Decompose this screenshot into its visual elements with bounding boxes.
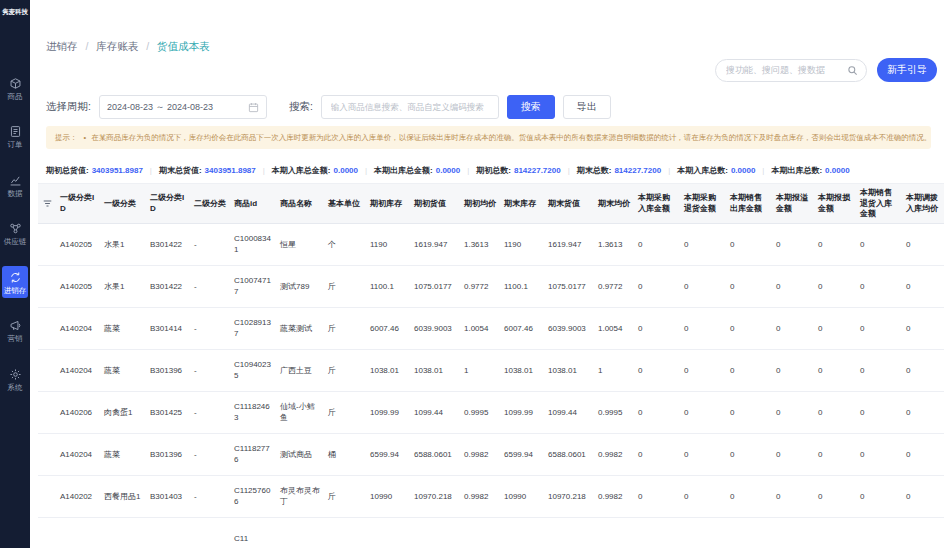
global-search-input[interactable] [724,64,842,76]
table-cell: 斤 [324,350,366,392]
column-filter-icon[interactable] [42,198,53,209]
table-cell: 测试商品 [276,434,324,476]
summary-separator: | [150,166,152,175]
product-search-input[interactable] [329,101,491,113]
table-cell [680,518,726,548]
table-cell: 蔬菜测试 [276,308,324,350]
sidebar-item-system[interactable]: 系统 [2,363,28,396]
column-header[interactable]: 二级分类 [190,184,230,224]
table-row[interactable]: A140202西餐用品1B301403-C11257606布灵布灵布丁斤1099… [38,476,944,518]
table-cell: 0 [772,392,814,434]
table-cell: 0 [634,266,680,308]
search-label: 搜索: [289,100,313,114]
search-button[interactable]: 搜索 [507,95,555,119]
table-cell: 斤 [324,476,366,518]
column-header[interactable]: 本期销售退货入库金额 [856,184,902,224]
column-header[interactable]: 期初货值 [410,184,460,224]
global-search-box[interactable] [715,59,867,82]
table-cell: 广西土豆 [276,350,324,392]
column-header[interactable]: 二级分类ID [146,184,190,224]
row-lead-cell [38,224,56,266]
table-cell: 0 [814,434,856,476]
sidebar-item-order[interactable]: 订单 [2,120,28,153]
table-cell: 肉禽蛋1 [100,392,146,434]
table-cell: 0 [634,350,680,392]
breadcrumb-separator: / [85,40,88,52]
column-header[interactable]: 本期采购退货金额 [680,184,726,224]
row-lead-cell [38,476,56,518]
table-cell: 0 [814,392,856,434]
sidebar-item-product[interactable]: 商品 [2,72,28,105]
table-cell: 1075.0177 [544,266,594,308]
table-row[interactable]: C11 [38,518,944,548]
column-header[interactable]: 本期销售出库金额 [726,184,772,224]
column-header[interactable]: 商品名称 [276,184,324,224]
row-lead-cell [38,350,56,392]
table-row[interactable]: A140205水果1B301422-C10008341恒星个11901619.9… [38,224,944,266]
column-header[interactable]: 一级分类 [100,184,146,224]
column-header[interactable]: 本期报溢金额 [772,184,814,224]
column-header[interactable]: 期末库存 [500,184,544,224]
table-cell: C10008341 [230,224,276,266]
summary-label: 本期出库总金额: [374,166,433,175]
column-header[interactable]: 期初均价 [460,184,500,224]
table-body: A140205水果1B301422-C10008341恒星个11901619.9… [38,224,944,548]
summary-value: 0.0000 [334,166,358,175]
table-cell [460,518,500,548]
sidebar-item-marketing[interactable]: 营销 [2,314,28,347]
table-row[interactable]: A140204蔬菜B301414-C10289137蔬菜测试斤6007.4660… [38,308,944,350]
guide-button[interactable]: 新手引导 [877,58,937,82]
column-header[interactable]: 基本单位 [324,184,366,224]
breadcrumb: 进销存 / 库存账表 / 货值成本表 [46,40,210,88]
column-header[interactable]: 商品id [230,184,276,224]
table-cell: 水果1 [100,266,146,308]
table-cell: 0.9982 [594,476,634,518]
table-cell: 水果1 [100,224,146,266]
breadcrumb-item-1[interactable]: 进销存 [46,40,78,52]
sidebar-item-data[interactable]: 数据 [2,169,28,202]
breadcrumb-item-2[interactable]: 库存账表 [96,40,138,52]
table-cell: 0 [814,266,856,308]
table-cell: 0.9772 [460,266,500,308]
summary-label: 期初总数: [476,166,511,175]
sidebar-nav: 商品订单数据供应链进销存营销系统 [0,72,30,396]
table-cell: 1190 [500,224,544,266]
sidebar-item-label: 订单 [8,141,23,149]
cost-table: 一级分类ID一级分类二级分类ID二级分类商品id商品名称基本单位期初库存期初货值… [38,183,944,548]
column-header[interactable]: 期初库存 [366,184,410,224]
table-cell: A140204 [56,350,100,392]
table-row[interactable]: A140205水果1B301422-C10074717测试789斤1100.11… [38,266,944,308]
summary-value: 0.0000 [436,166,460,175]
product-search-box[interactable] [321,95,499,119]
summary-item: 期初总数:814227.7200 [476,165,560,176]
summary-separator: | [568,166,570,175]
table-cell: 西餐用品1 [100,476,146,518]
table-cell: 0.9995 [460,392,500,434]
table-cell: A140205 [56,224,100,266]
table-cell: 1.3613 [594,224,634,266]
search-icon[interactable] [847,65,858,76]
table-cell [324,518,366,548]
date-range-picker[interactable]: 2024-08-23 ～ 2024-08-23 [99,95,267,119]
column-header[interactable]: 一级分类ID [56,184,100,224]
table-row[interactable]: A140204蔬菜B301396-C10940235广西土豆斤1038.0110… [38,350,944,392]
export-button[interactable]: 导出 [563,95,611,119]
column-header[interactable]: 本期采购入库金额 [634,184,680,224]
column-header[interactable]: 期末货值 [544,184,594,224]
table-cell: 0 [772,434,814,476]
inventory-cycle-icon [9,271,22,284]
column-header[interactable]: 期末均价 [594,184,634,224]
column-header[interactable]: 本期调拨入库均价 [902,184,944,224]
summary-item: 本期出库总数:0.0000 [771,165,849,176]
summary-item: 本期入库总数:0.0000 [677,165,755,176]
column-header[interactable]: 本期报损金额 [814,184,856,224]
table-cell: 0.9982 [460,476,500,518]
order-doc-icon [9,125,22,138]
table-row[interactable]: A140204蔬菜B301396-C11182776测试商品桶6599.9465… [38,434,944,476]
table-cell: 0 [856,476,902,518]
table-cell: C10289137 [230,308,276,350]
sidebar-item-supply-chain[interactable]: 供应链 [2,217,28,250]
sidebar-item-inventory[interactable]: 进销存 [2,266,28,299]
table-cell: 0 [634,308,680,350]
table-row[interactable]: A140206肉禽蛋1B301425-C11182463仙域-小鳕鱼斤1099.… [38,392,944,434]
